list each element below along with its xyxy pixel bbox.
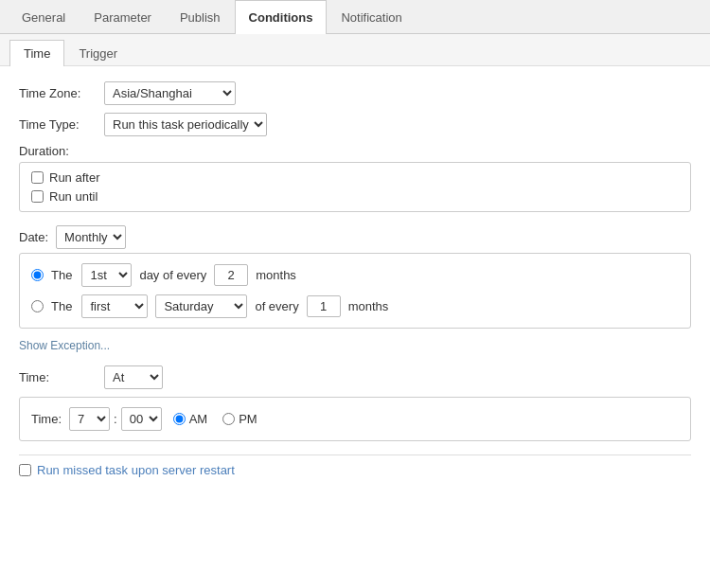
- sub-tabs: Time Trigger: [0, 34, 710, 66]
- subtab-time[interactable]: Time: [9, 40, 64, 66]
- day-of-every-text: day of every: [139, 268, 206, 282]
- timetype-label: Time Type:: [19, 117, 104, 132]
- date-select[interactable]: Monthly Daily Weekly: [56, 225, 126, 249]
- tab-notification[interactable]: Notification: [327, 0, 416, 34]
- timezone-label: Time Zone:: [19, 86, 104, 100]
- time-at-section: Time: At Every Time: 7 6 8 9 10 11 12 1 …: [19, 365, 691, 441]
- timetype-row: Time Type: Run this task periodically Ru…: [19, 113, 691, 136]
- duration-box: Run after Run until: [19, 162, 691, 212]
- tab-general[interactable]: General: [8, 0, 80, 34]
- tab-parameter[interactable]: Parameter: [80, 0, 166, 34]
- run-after-row: Run after: [31, 170, 679, 185]
- months-2-text: months: [348, 299, 389, 313]
- run-missed-label: Run missed task upon server restart: [37, 463, 235, 477]
- date-row: Date: Monthly Daily Weekly: [19, 225, 691, 249]
- every-months-1-input[interactable]: [214, 264, 248, 286]
- duration-section: Duration: Run after Run until: [19, 144, 691, 212]
- first-select[interactable]: first second third fourth last: [81, 294, 148, 318]
- the-label-1: The: [51, 268, 72, 282]
- schedule-row-2: The first second third fourth last Satur…: [31, 294, 679, 318]
- schedule-box: The 1st 2nd 3rd 4th 5th Last day of ever…: [19, 253, 691, 329]
- day-select[interactable]: 1st 2nd 3rd 4th 5th Last: [81, 263, 132, 287]
- every-months-2-input[interactable]: [307, 295, 341, 317]
- tab-publish[interactable]: Publish: [166, 0, 235, 34]
- run-until-row: Run until: [31, 189, 679, 204]
- timezone-row: Time Zone: Asia/Shanghai UTC America/New…: [19, 81, 691, 105]
- schedule-radio-1[interactable]: [31, 269, 44, 281]
- timetype-select[interactable]: Run this task periodically Run once: [104, 113, 267, 136]
- time-at-row: Time: At Every: [19, 365, 691, 389]
- date-label: Date:: [19, 230, 48, 244]
- time-colon: :: [114, 412, 117, 426]
- main-content: Time Zone: Asia/Shanghai UTC America/New…: [0, 66, 710, 492]
- run-until-checkbox[interactable]: [31, 190, 44, 203]
- am-radio[interactable]: [173, 413, 186, 425]
- tab-conditions[interactable]: Conditions: [235, 0, 328, 34]
- day-name-select[interactable]: Saturday Sunday Monday Tuesday Wednesday…: [155, 294, 247, 318]
- time-at-select[interactable]: At Every: [104, 365, 163, 389]
- schedule-radio-2[interactable]: [31, 300, 44, 312]
- months-1-text: months: [256, 268, 296, 282]
- time-hour-select[interactable]: 7 6 8 9 10 11 12 1 2 3 4 5: [69, 407, 110, 431]
- run-after-label: Run after: [49, 170, 99, 185]
- time-inner-row: Time: 7 6 8 9 10 11 12 1 2 3 4 5 :: [31, 407, 679, 431]
- schedule-row-1: The 1st 2nd 3rd 4th 5th Last day of ever…: [31, 263, 679, 287]
- subtab-trigger[interactable]: Trigger: [64, 40, 132, 66]
- time-section-label: Time:: [19, 370, 104, 384]
- top-tabs: General Parameter Publish Conditions Not…: [0, 0, 710, 34]
- am-label: AM: [189, 412, 208, 426]
- the-label-2: The: [51, 299, 72, 313]
- timezone-select[interactable]: Asia/Shanghai UTC America/New_York: [104, 81, 236, 105]
- time-inner-label: Time:: [31, 412, 62, 426]
- pm-radio[interactable]: [222, 413, 235, 425]
- pm-label: PM: [239, 412, 257, 426]
- show-exception-link[interactable]: Show Exception...: [19, 339, 110, 352]
- run-missed-checkbox[interactable]: [19, 464, 31, 476]
- time-box: Time: 7 6 8 9 10 11 12 1 2 3 4 5 :: [19, 397, 691, 441]
- of-every-text: of every: [255, 299, 298, 313]
- date-section: Date: Monthly Daily Weekly The 1st 2nd 3…: [19, 225, 691, 329]
- duration-label: Duration:: [19, 144, 691, 158]
- run-until-label: Run until: [49, 189, 98, 204]
- run-after-checkbox[interactable]: [31, 171, 44, 184]
- run-missed-row: Run missed task upon server restart: [19, 454, 691, 477]
- time-min-select[interactable]: 00 15 30 45: [121, 407, 162, 431]
